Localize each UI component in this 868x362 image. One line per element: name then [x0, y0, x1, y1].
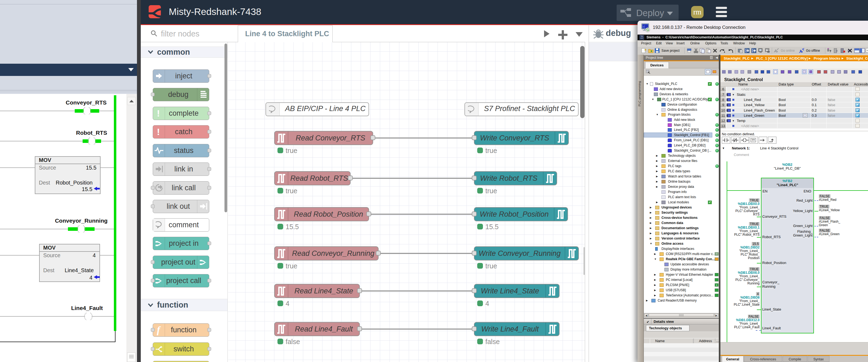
svg-text:Line4_Fault: Line4_Fault — [71, 305, 103, 311]
svg-text:01: 01 — [740, 51, 742, 53]
svg-text:Dest: Dest — [39, 179, 50, 186]
svg-text:MOV: MOV — [39, 157, 51, 163]
svg-text:Conveyor_Running: Conveyor_Running — [55, 218, 107, 224]
svg-text:MOV: MOV — [43, 245, 56, 251]
svg-text:Source: Source — [43, 252, 60, 258]
svg-text:15.5: 15.5 — [86, 165, 96, 171]
svg-text:??: ?? — [752, 139, 755, 142]
svg-text:Robot_Position: Robot_Position — [56, 179, 93, 186]
svg-text:Source: Source — [39, 165, 56, 171]
svg-text:?: ? — [829, 50, 831, 53]
svg-text:Line4_State: Line4_State — [65, 267, 94, 274]
svg-text:4: 4 — [89, 275, 92, 281]
svg-text:RT: RT — [768, 51, 770, 53]
svg-text:15.5: 15.5 — [82, 186, 92, 192]
svg-text:Conveyor_RTS: Conveyor_RTS — [66, 99, 107, 106]
svg-text:Robot_RTS: Robot_RTS — [76, 130, 107, 136]
svg-text:4: 4 — [93, 252, 96, 258]
svg-text:Dest: Dest — [43, 267, 55, 273]
